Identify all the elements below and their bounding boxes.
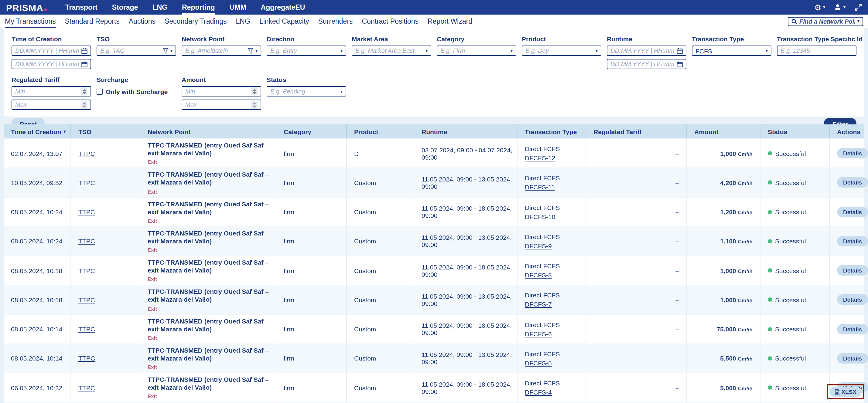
cell-tso[interactable]: TTPC [79, 384, 95, 391]
cell-tso[interactable]: TTPC [79, 296, 95, 303]
details-button[interactable]: Details [837, 353, 868, 364]
number-stepper[interactable] [81, 101, 88, 109]
prisma-logo[interactable]: PRISMA [6, 2, 47, 12]
transaction-type-select[interactable]: FCFS ▾ [692, 45, 771, 56]
calendar-icon[interactable] [677, 61, 683, 67]
transaction-id-input[interactable] [780, 47, 853, 54]
network-point-input[interactable] [185, 47, 246, 54]
tab-my-transactions[interactable]: My Transactions [5, 14, 56, 28]
category-input[interactable] [440, 47, 509, 54]
cell-tt-id[interactable]: DFCFS-10 [525, 213, 555, 220]
tariff-max-input[interactable] [15, 101, 79, 108]
nav-item-transport[interactable]: Transport [65, 0, 97, 14]
nav-item-lng[interactable]: LNG [152, 0, 167, 14]
runtime-from-input[interactable] [611, 47, 675, 54]
chevron-down-icon[interactable]: ▾ [170, 48, 173, 53]
amount-max-field[interactable] [182, 100, 261, 110]
surcharge-checkbox-row[interactable]: Only with Surcharge [97, 86, 176, 97]
runtime-to-input[interactable] [611, 61, 675, 67]
col-header-network-point[interactable]: Network Point [140, 125, 276, 138]
col-header-runtime[interactable]: Runtime [414, 125, 517, 138]
cell-tso[interactable]: TTPC [79, 325, 95, 333]
calendar-icon[interactable] [82, 48, 88, 54]
direction-select[interactable]: ▾ [267, 45, 346, 56]
chevron-down-icon[interactable]: ▾ [255, 48, 257, 53]
date-from-input[interactable] [15, 47, 80, 54]
amount-min-field[interactable] [182, 86, 261, 97]
tso-input[interactable] [100, 47, 161, 54]
nav-item-reporting[interactable]: Reporting [182, 0, 215, 14]
time-of-creation-from-field[interactable] [11, 45, 91, 56]
calendar-icon[interactable] [82, 61, 88, 67]
cell-tso[interactable]: TTPC [79, 267, 95, 274]
details-button[interactable]: Details [837, 177, 868, 188]
tab-contract-positions[interactable]: Contract Positions [362, 14, 418, 28]
user-menu-button[interactable]: ▾ [834, 4, 845, 11]
col-header-transaction-type[interactable]: Transaction Type [517, 125, 586, 138]
network-point-search[interactable]: ▾ [788, 17, 863, 26]
tab-report-wizard[interactable]: Report Wizard [428, 14, 472, 28]
tab-auctions[interactable]: Auctions [129, 14, 155, 28]
cell-tt-id[interactable]: DFCFS-11 [525, 183, 555, 191]
nav-item-aggregateeu[interactable]: AggregateEU [261, 0, 305, 14]
tab-surrenders[interactable]: Surrenders [318, 14, 353, 28]
cell-tt-id[interactable]: DFCFS-9 [525, 242, 552, 249]
cell-tt-id[interactable]: DFCFS-7 [525, 301, 552, 308]
col-header-regulated-tariff[interactable]: Regulated Tariff [586, 125, 686, 138]
settings-menu-button[interactable]: ⚙ ▾ [814, 3, 825, 11]
runtime-from-field[interactable] [607, 45, 686, 56]
nav-item-umm[interactable]: UMM [229, 0, 246, 14]
amount-min-input[interactable] [185, 88, 249, 95]
regulated-tariff-min-field[interactable] [11, 86, 91, 97]
details-button[interactable]: Details [837, 148, 868, 159]
number-stepper[interactable] [251, 101, 257, 109]
cell-tt-id[interactable]: DFCFS-5 [525, 359, 552, 367]
tab-standard-reports[interactable]: Standard Reports [65, 14, 119, 28]
details-button[interactable]: Details [837, 236, 868, 246]
tab-secondary-tradings[interactable]: Secondary Tradings [165, 14, 227, 28]
status-input[interactable] [270, 88, 339, 95]
cell-tso[interactable]: TTPC [79, 355, 95, 362]
number-stepper[interactable] [251, 88, 257, 95]
product-input[interactable] [525, 47, 594, 54]
market-area-input[interactable] [355, 47, 424, 54]
col-header-product[interactable]: Product [346, 125, 414, 138]
cell-tt-id[interactable]: DFCFS-4 [525, 389, 552, 396]
tab-linked-capacity[interactable]: Linked Capacity [259, 14, 309, 28]
amount-max-input[interactable] [185, 101, 249, 108]
details-button[interactable]: Details [837, 295, 868, 305]
nav-item-storage[interactable]: Storage [112, 0, 138, 14]
date-to-input[interactable] [15, 61, 80, 67]
cell-tso[interactable]: TTPC [79, 238, 95, 245]
search-input[interactable] [799, 18, 855, 25]
tso-field[interactable]: ▾ [97, 45, 176, 56]
col-header-tso[interactable]: TSO [70, 125, 140, 138]
time-of-creation-to-field[interactable] [11, 59, 91, 69]
col-header-amount[interactable]: Amount [686, 125, 760, 138]
cell-tt-id[interactable]: DFCFS-8 [525, 271, 552, 278]
details-button[interactable]: Details [837, 265, 868, 275]
cell-tso[interactable]: TTPC [79, 208, 95, 215]
details-button[interactable]: Details [837, 324, 868, 334]
product-select[interactable]: ▾ [522, 45, 601, 56]
col-header-category[interactable]: Category [276, 125, 346, 138]
tab-lng[interactable]: LNG [236, 14, 250, 28]
category-select[interactable]: ▾ [437, 45, 516, 56]
cell-tso[interactable]: TTPC [79, 179, 95, 186]
export-xlsx-button[interactable]: XLSX [830, 387, 861, 397]
col-header-time-of-creation[interactable]: Time of Creation ▾ [4, 125, 70, 138]
number-stepper[interactable] [81, 88, 88, 95]
calendar-icon[interactable] [677, 48, 683, 54]
direction-input[interactable] [270, 47, 339, 54]
transaction-id-field[interactable] [777, 45, 857, 56]
cell-tt-id[interactable]: DFCFS-6 [525, 330, 552, 337]
regulated-tariff-max-field[interactable] [11, 100, 91, 110]
runtime-to-field[interactable] [607, 59, 686, 69]
surcharge-checkbox[interactable] [97, 88, 103, 94]
details-button[interactable]: Details [837, 207, 868, 217]
tariff-min-input[interactable] [15, 88, 79, 95]
market-area-select[interactable]: ▾ [352, 45, 431, 56]
cell-tt-id[interactable]: DFCFS-12 [525, 154, 555, 162]
status-select[interactable]: ▾ [267, 86, 346, 97]
collapse-view-button[interactable] [855, 4, 862, 11]
